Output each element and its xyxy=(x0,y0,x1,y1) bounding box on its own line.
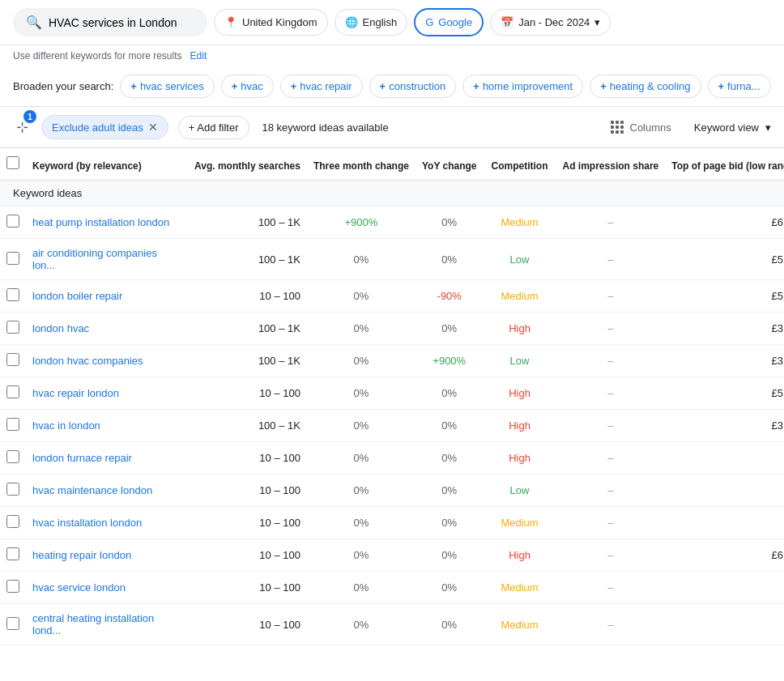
top-bid-low-cell: £3.98 xyxy=(665,345,784,377)
search-input[interactable] xyxy=(49,16,194,29)
three-month-cell: 0% xyxy=(307,410,415,442)
avg-monthly-cell: 10 – 100 xyxy=(188,572,307,604)
row-checkbox[interactable] xyxy=(6,450,19,463)
keyword-cell[interactable]: air conditioning companies lon... xyxy=(26,239,188,280)
top-bid-low-cell: £3.15 xyxy=(665,410,784,442)
row-checkbox-cell[interactable] xyxy=(0,313,26,345)
tag-hvac-services[interactable]: + hvac services xyxy=(120,74,214,98)
yoy-change-cell: 0% xyxy=(415,539,484,572)
row-checkbox-cell[interactable] xyxy=(0,604,26,645)
plus-icon: + xyxy=(232,80,238,92)
row-checkbox-cell[interactable] xyxy=(0,507,26,539)
row-checkbox[interactable] xyxy=(6,252,19,265)
avg-monthly-cell: 100 – 1K xyxy=(188,206,307,239)
tag-home-improvement[interactable]: + home improvement xyxy=(462,74,583,98)
header-ad-impression: Ad impression share xyxy=(556,148,666,181)
avg-monthly-cell: 10 – 100 xyxy=(188,377,307,410)
avg-monthly-cell: 100 – 1K xyxy=(188,313,307,345)
broaden-label: Broaden your search: xyxy=(13,80,113,92)
row-checkbox[interactable] xyxy=(6,547,19,560)
ad-impression-cell: – xyxy=(556,206,666,239)
search-engine-button[interactable]: G Google xyxy=(414,8,484,36)
row-checkbox[interactable] xyxy=(6,321,19,334)
top-bid-low-cell: £5.00 xyxy=(665,280,784,313)
header-top-low: Top of page bid (low range) xyxy=(665,148,784,181)
columns-label: Columns xyxy=(630,121,671,134)
keyword-cell[interactable]: hvac installation london xyxy=(26,507,188,539)
row-checkbox-cell[interactable] xyxy=(0,345,26,377)
row-checkbox-cell[interactable] xyxy=(0,572,26,604)
filter-icon-button[interactable]: ⊹ 1 xyxy=(13,115,32,139)
keyword-cell[interactable]: hvac service london xyxy=(26,572,188,604)
top-bid-low-cell: – xyxy=(665,604,784,645)
edit-link[interactable]: Edit xyxy=(190,50,207,62)
keyword-cell[interactable]: london boiler repair xyxy=(26,280,188,313)
table-row: heating repair london10 – 1000%0%High–£6… xyxy=(0,539,784,572)
table-header-row: Keyword (by relevance) Avg. monthly sear… xyxy=(0,148,784,181)
header-checkbox-cell[interactable] xyxy=(0,148,26,181)
keyword-cell[interactable]: hvac maintenance london xyxy=(26,475,188,507)
row-checkbox-cell[interactable] xyxy=(0,206,26,239)
header-keyword: Keyword (by relevance) xyxy=(26,148,188,181)
row-checkbox[interactable] xyxy=(6,515,19,528)
keyword-cell[interactable]: hvac in london xyxy=(26,410,188,442)
add-filter-button[interactable]: + Add filter xyxy=(178,116,249,139)
row-checkbox[interactable] xyxy=(6,288,19,301)
plus-icon: + xyxy=(600,80,607,92)
tag-furna[interactable]: + furna... xyxy=(708,74,771,98)
competition-cell: Medium xyxy=(484,280,556,313)
table-row: hvac service london10 – 1000%0%Medium––– xyxy=(0,572,784,604)
row-checkbox[interactable] xyxy=(6,580,19,593)
location-button[interactable]: 📍 United Kingdom xyxy=(214,9,328,36)
keyword-view-button[interactable]: Keyword view ▾ xyxy=(694,121,771,134)
select-all-checkbox[interactable] xyxy=(6,156,19,169)
row-checkbox-cell[interactable] xyxy=(0,410,26,442)
tag-heating-cooling[interactable]: + heating & cooling xyxy=(590,74,701,98)
three-month-cell: 0% xyxy=(307,572,415,604)
ad-impression-cell: – xyxy=(556,345,666,377)
chip-close-icon[interactable]: ✕ xyxy=(148,121,158,134)
tag-label-hvac: hvac xyxy=(241,80,262,92)
tag-hvac-repair[interactable]: + hvac repair xyxy=(280,74,363,98)
row-checkbox-cell[interactable] xyxy=(0,239,26,280)
table-row: london boiler repair10 – 1000%-90%Medium… xyxy=(0,280,784,313)
row-checkbox[interactable] xyxy=(6,353,19,366)
row-checkbox-cell[interactable] xyxy=(0,377,26,410)
yoy-change-cell: 0% xyxy=(415,206,484,239)
row-checkbox-cell[interactable] xyxy=(0,539,26,572)
top-bid-low-cell: £6.32 xyxy=(665,539,784,572)
row-checkbox[interactable] xyxy=(6,483,19,496)
row-checkbox-cell[interactable] xyxy=(0,475,26,507)
columns-button[interactable]: Columns xyxy=(611,121,671,134)
tag-construction[interactable]: + construction xyxy=(369,74,457,98)
translate-icon: 🌐 xyxy=(345,16,358,28)
tag-label-hvac-repair: hvac repair xyxy=(300,80,352,92)
language-button[interactable]: 🌐 English xyxy=(334,9,408,36)
tag-hvac[interactable]: + hvac xyxy=(221,74,274,98)
ad-impression-cell: – xyxy=(556,313,666,345)
keyword-cell[interactable]: heat pump installation london xyxy=(26,206,188,239)
row-checkbox[interactable] xyxy=(6,215,19,228)
row-checkbox[interactable] xyxy=(6,418,19,431)
top-bid-low-cell: – xyxy=(665,507,784,539)
search-box[interactable]: 🔍 xyxy=(13,8,207,36)
location-pin-icon: 📍 xyxy=(224,16,237,28)
row-checkbox-cell[interactable] xyxy=(0,280,26,313)
top-bid-low-cell: £5.81 xyxy=(665,239,784,280)
date-button[interactable]: 📅 Jan - Dec 2024 ▾ xyxy=(490,9,611,36)
keyword-count: 18 keyword ideas available xyxy=(262,121,389,134)
yoy-change-cell: 0% xyxy=(415,604,484,645)
chevron-down-icon: ▾ xyxy=(594,16,600,28)
keyword-cell[interactable]: central heating installation lond... xyxy=(26,604,188,645)
keyword-cell[interactable]: heating repair london xyxy=(26,539,188,572)
row-checkbox[interactable] xyxy=(6,385,19,398)
keyword-cell[interactable]: london hvac xyxy=(26,313,188,345)
keyword-cell[interactable]: london hvac companies xyxy=(26,345,188,377)
plus-icon: + xyxy=(473,80,479,92)
keyword-cell[interactable]: hvac repair london xyxy=(26,377,188,410)
ad-impression-cell: – xyxy=(556,239,666,280)
keyword-cell[interactable]: london furnace repair xyxy=(26,442,188,475)
row-checkbox[interactable] xyxy=(6,617,19,630)
row-checkbox-cell[interactable] xyxy=(0,442,26,475)
yoy-change-cell: 0% xyxy=(415,410,484,442)
